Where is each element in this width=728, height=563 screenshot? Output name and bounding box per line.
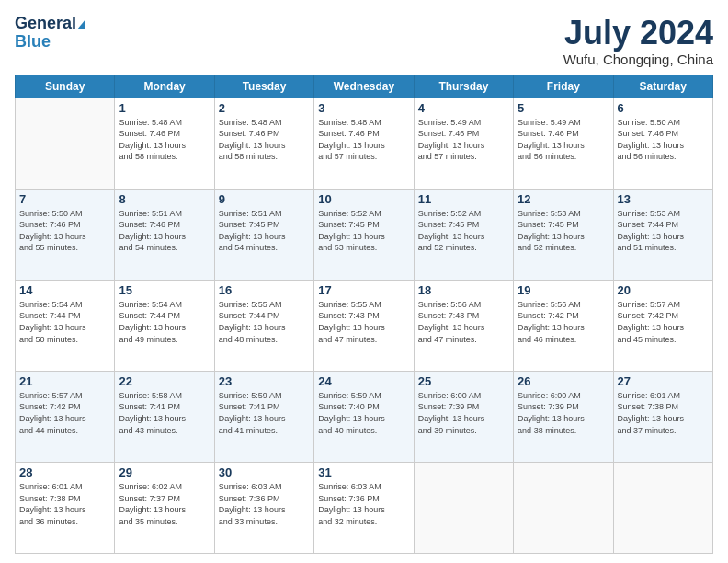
calendar-cell <box>514 462 613 553</box>
subtitle: Wufu, Chongqing, China <box>563 52 713 67</box>
day-number: 4 <box>418 101 509 115</box>
header: General Blue July 2024 Wufu, Chongqing, … <box>15 15 713 67</box>
calendar-cell: 3Sunrise: 5:48 AM Sunset: 7:46 PM Daylig… <box>314 98 414 189</box>
calendar-cell: 18Sunrise: 5:56 AM Sunset: 7:43 PM Dayli… <box>414 280 513 371</box>
calendar-week-2: 14Sunrise: 5:54 AM Sunset: 7:44 PM Dayli… <box>16 280 713 371</box>
day-number: 18 <box>418 283 509 297</box>
day-info: Sunrise: 5:52 AM Sunset: 7:45 PM Dayligh… <box>318 208 409 254</box>
calendar-cell: 20Sunrise: 5:57 AM Sunset: 7:42 PM Dayli… <box>613 280 712 371</box>
calendar-cell: 22Sunrise: 5:58 AM Sunset: 7:41 PM Dayli… <box>115 371 214 462</box>
day-info: Sunrise: 6:02 AM Sunset: 7:37 PM Dayligh… <box>119 481 210 527</box>
day-number: 2 <box>219 101 310 115</box>
day-header-wednesday: Wednesday <box>314 75 414 98</box>
day-info: Sunrise: 5:54 AM Sunset: 7:44 PM Dayligh… <box>119 299 210 345</box>
logo: General Blue <box>15 15 85 52</box>
day-number: 14 <box>19 283 110 297</box>
day-header-saturday: Saturday <box>613 75 712 98</box>
day-number: 30 <box>219 465 310 479</box>
calendar-cell <box>414 462 513 553</box>
calendar-cell: 9Sunrise: 5:51 AM Sunset: 7:45 PM Daylig… <box>214 189 313 280</box>
calendar-cell <box>613 462 712 553</box>
day-info: Sunrise: 5:50 AM Sunset: 7:46 PM Dayligh… <box>618 117 709 163</box>
day-number: 15 <box>119 283 210 297</box>
day-number: 31 <box>318 465 409 479</box>
day-number: 22 <box>119 374 210 388</box>
day-header-tuesday: Tuesday <box>214 75 313 98</box>
calendar-cell: 21Sunrise: 5:57 AM Sunset: 7:42 PM Dayli… <box>16 371 115 462</box>
day-number: 5 <box>518 101 609 115</box>
day-info: Sunrise: 6:00 AM Sunset: 7:39 PM Dayligh… <box>418 390 509 436</box>
day-number: 1 <box>119 101 210 115</box>
day-info: Sunrise: 6:03 AM Sunset: 7:36 PM Dayligh… <box>219 481 310 527</box>
calendar-cell <box>16 98 115 189</box>
day-info: Sunrise: 5:48 AM Sunset: 7:46 PM Dayligh… <box>219 117 310 163</box>
day-info: Sunrise: 5:48 AM Sunset: 7:46 PM Dayligh… <box>119 117 210 163</box>
day-header-friday: Friday <box>514 75 613 98</box>
calendar-cell: 29Sunrise: 6:02 AM Sunset: 7:37 PM Dayli… <box>115 462 214 553</box>
calendar-cell: 15Sunrise: 5:54 AM Sunset: 7:44 PM Dayli… <box>115 280 214 371</box>
calendar-cell: 8Sunrise: 5:51 AM Sunset: 7:46 PM Daylig… <box>115 189 214 280</box>
day-number: 9 <box>219 192 310 206</box>
day-number: 28 <box>19 465 110 479</box>
day-info: Sunrise: 5:50 AM Sunset: 7:46 PM Dayligh… <box>19 208 110 254</box>
calendar-cell: 25Sunrise: 6:00 AM Sunset: 7:39 PM Dayli… <box>414 371 513 462</box>
logo-text-general: General <box>15 15 85 33</box>
calendar-week-0: 1Sunrise: 5:48 AM Sunset: 7:46 PM Daylig… <box>16 98 713 189</box>
day-info: Sunrise: 5:54 AM Sunset: 7:44 PM Dayligh… <box>19 299 110 345</box>
title-block: July 2024 Wufu, Chongqing, China <box>563 15 713 67</box>
day-info: Sunrise: 5:51 AM Sunset: 7:45 PM Dayligh… <box>219 208 310 254</box>
day-info: Sunrise: 5:55 AM Sunset: 7:43 PM Dayligh… <box>318 299 409 345</box>
calendar-cell: 4Sunrise: 5:49 AM Sunset: 7:46 PM Daylig… <box>414 98 513 189</box>
day-info: Sunrise: 5:53 AM Sunset: 7:45 PM Dayligh… <box>518 208 609 254</box>
day-number: 13 <box>618 192 709 206</box>
day-info: Sunrise: 5:49 AM Sunset: 7:46 PM Dayligh… <box>518 117 609 163</box>
day-number: 6 <box>618 101 709 115</box>
day-info: Sunrise: 5:59 AM Sunset: 7:40 PM Dayligh… <box>318 390 409 436</box>
main-title: July 2024 <box>563 15 713 52</box>
day-info: Sunrise: 5:56 AM Sunset: 7:42 PM Dayligh… <box>518 299 609 345</box>
day-info: Sunrise: 6:00 AM Sunset: 7:39 PM Dayligh… <box>518 390 609 436</box>
calendar-cell: 10Sunrise: 5:52 AM Sunset: 7:45 PM Dayli… <box>314 189 414 280</box>
calendar-cell: 13Sunrise: 5:53 AM Sunset: 7:44 PM Dayli… <box>613 189 712 280</box>
day-number: 11 <box>418 192 509 206</box>
day-header-monday: Monday <box>115 75 214 98</box>
day-info: Sunrise: 5:58 AM Sunset: 7:41 PM Dayligh… <box>119 390 210 436</box>
calendar-week-3: 21Sunrise: 5:57 AM Sunset: 7:42 PM Dayli… <box>16 371 713 462</box>
calendar-cell: 17Sunrise: 5:55 AM Sunset: 7:43 PM Dayli… <box>314 280 414 371</box>
day-number: 20 <box>618 283 709 297</box>
day-number: 23 <box>219 374 310 388</box>
day-header-sunday: Sunday <box>16 75 115 98</box>
day-number: 16 <box>219 283 310 297</box>
calendar-cell: 6Sunrise: 5:50 AM Sunset: 7:46 PM Daylig… <box>613 98 712 189</box>
calendar-week-1: 7Sunrise: 5:50 AM Sunset: 7:46 PM Daylig… <box>16 189 713 280</box>
calendar-cell: 5Sunrise: 5:49 AM Sunset: 7:46 PM Daylig… <box>514 98 613 189</box>
day-info: Sunrise: 6:01 AM Sunset: 7:38 PM Dayligh… <box>19 481 110 527</box>
day-number: 12 <box>518 192 609 206</box>
calendar-cell: 1Sunrise: 5:48 AM Sunset: 7:46 PM Daylig… <box>115 98 214 189</box>
day-info: Sunrise: 5:48 AM Sunset: 7:46 PM Dayligh… <box>318 117 409 163</box>
day-number: 25 <box>418 374 509 388</box>
calendar-cell: 2Sunrise: 5:48 AM Sunset: 7:46 PM Daylig… <box>214 98 313 189</box>
day-number: 7 <box>19 192 110 206</box>
calendar-cell: 23Sunrise: 5:59 AM Sunset: 7:41 PM Dayli… <box>214 371 313 462</box>
calendar-cell: 30Sunrise: 6:03 AM Sunset: 7:36 PM Dayli… <box>214 462 313 553</box>
day-info: Sunrise: 5:59 AM Sunset: 7:41 PM Dayligh… <box>219 390 310 436</box>
calendar-cell: 7Sunrise: 5:50 AM Sunset: 7:46 PM Daylig… <box>16 189 115 280</box>
day-info: Sunrise: 6:01 AM Sunset: 7:38 PM Dayligh… <box>618 390 709 436</box>
day-number: 10 <box>318 192 409 206</box>
calendar-cell: 11Sunrise: 5:52 AM Sunset: 7:45 PM Dayli… <box>414 189 513 280</box>
day-info: Sunrise: 5:55 AM Sunset: 7:44 PM Dayligh… <box>219 299 310 345</box>
logo-text-blue: Blue <box>15 33 51 52</box>
page: General Blue July 2024 Wufu, Chongqing, … <box>0 0 728 563</box>
day-info: Sunrise: 5:53 AM Sunset: 7:44 PM Dayligh… <box>618 208 709 254</box>
calendar-header-row: SundayMondayTuesdayWednesdayThursdayFrid… <box>16 75 713 98</box>
day-info: Sunrise: 5:57 AM Sunset: 7:42 PM Dayligh… <box>618 299 709 345</box>
calendar-cell: 27Sunrise: 6:01 AM Sunset: 7:38 PM Dayli… <box>613 371 712 462</box>
day-info: Sunrise: 6:03 AM Sunset: 7:36 PM Dayligh… <box>318 481 409 527</box>
calendar-week-4: 28Sunrise: 6:01 AM Sunset: 7:38 PM Dayli… <box>16 462 713 553</box>
day-header-thursday: Thursday <box>414 75 513 98</box>
day-number: 27 <box>618 374 709 388</box>
day-info: Sunrise: 5:57 AM Sunset: 7:42 PM Dayligh… <box>19 390 110 436</box>
day-number: 17 <box>318 283 409 297</box>
calendar-cell: 28Sunrise: 6:01 AM Sunset: 7:38 PM Dayli… <box>16 462 115 553</box>
